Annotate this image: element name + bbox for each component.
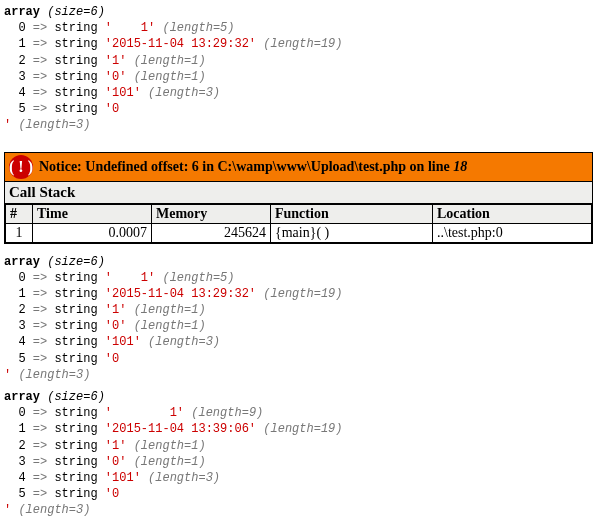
call-stack-title: Call Stack <box>5 182 592 204</box>
xdebug-error-box: ( ! ) Notice: Undefined offset: 6 in C:\… <box>4 152 593 244</box>
col-time: Time <box>33 204 152 223</box>
col-num: # <box>6 204 33 223</box>
error-line: 18 <box>453 159 467 174</box>
xdebug-error-header: ( ! ) Notice: Undefined offset: 6 in C:\… <box>5 153 592 182</box>
call-stack-table: # Time Memory Function Location 1 0.0007… <box>5 204 592 243</box>
error-label: Notice: <box>39 159 85 174</box>
xdebug-error-title: Notice: Undefined offset: 6 in C:\wamp\w… <box>39 159 467 175</box>
col-memory: Memory <box>152 204 271 223</box>
error-message: Undefined offset: 6 in C:\wamp\www\Uploa… <box>85 159 453 174</box>
var-dump-2: array (size=6) 0 => string ' 1' (length=… <box>4 254 593 384</box>
col-location: Location <box>433 204 592 223</box>
call-stack-row: 1 0.0007 245624 {main}( ) ..\test.php:0 <box>6 223 592 242</box>
stack-memory: 245624 <box>152 223 271 242</box>
call-stack-header-row: # Time Memory Function Location <box>6 204 592 223</box>
error-icon: ( ! ) <box>9 155 33 179</box>
stack-function: {main}( ) <box>271 223 433 242</box>
var-dump-3: array (size=6) 0 => string ' 1' (length=… <box>4 389 593 519</box>
stack-time: 0.0007 <box>33 223 152 242</box>
stack-index: 1 <box>6 223 33 242</box>
stack-location: ..\test.php:0 <box>433 223 592 242</box>
col-function: Function <box>271 204 433 223</box>
var-dump-1: array (size=6) 0 => string ' 1' (length=… <box>4 4 593 134</box>
